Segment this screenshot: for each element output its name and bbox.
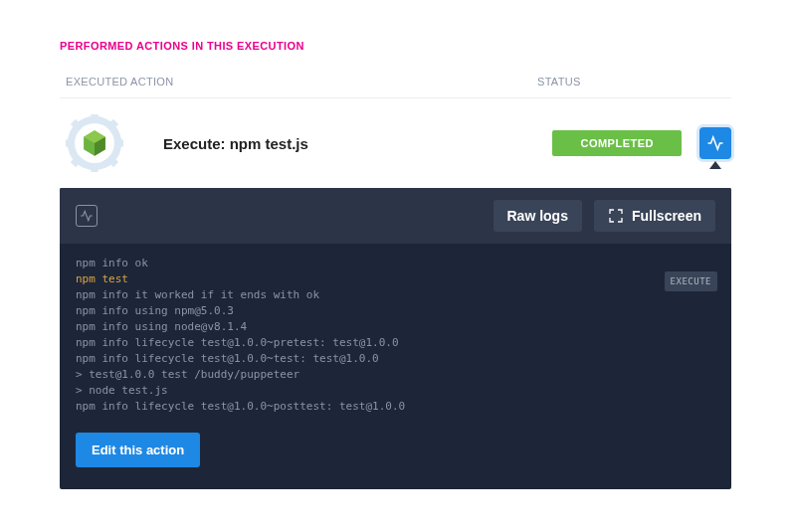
- node-gear-icon: [66, 114, 123, 172]
- column-executed-action: EXECUTED ACTION: [60, 76, 537, 88]
- action-row: Execute: npm test.js COMPLETED: [60, 98, 731, 188]
- svg-rect-0: [91, 114, 98, 123]
- status-badge: COMPLETED: [552, 130, 682, 156]
- column-status: STATUS: [537, 76, 731, 88]
- toggle-logs-button[interactable]: [699, 127, 731, 159]
- log-line: npm info ok: [76, 256, 715, 271]
- svg-rect-3: [114, 139, 123, 146]
- log-console: Raw logs Fullscreen EXECUTE npm info okn…: [60, 188, 731, 489]
- fullscreen-label: Fullscreen: [632, 208, 701, 224]
- raw-logs-label: Raw logs: [507, 208, 568, 224]
- log-output[interactable]: EXECUTE npm info oknpm testnpm info it w…: [60, 244, 731, 419]
- log-line: > test@1.0.0 test /buddy/puppeteer: [76, 367, 715, 383]
- execute-tag: EXECUTE: [665, 271, 717, 291]
- fullscreen-icon: [608, 208, 624, 224]
- log-line: npm info lifecycle test@1.0.0~posttest: …: [76, 399, 715, 415]
- log-line: npm test: [76, 271, 715, 287]
- raw-logs-button[interactable]: Raw logs: [494, 200, 582, 232]
- activity-icon: [76, 205, 98, 227]
- edit-action-button[interactable]: Edit this action: [76, 433, 200, 467]
- log-line: npm info lifecycle test@1.0.0~pretest: t…: [76, 335, 715, 351]
- activity-icon: [706, 134, 724, 152]
- log-line: > node test.js: [76, 383, 715, 399]
- log-line: npm info lifecycle test@1.0.0~test: test…: [76, 351, 715, 367]
- console-footer: Edit this action: [60, 419, 731, 489]
- action-title: Execute: npm test.js: [163, 135, 552, 152]
- svg-rect-1: [91, 163, 98, 172]
- section-title: PERFORMED ACTIONS IN THIS EXECUTION: [60, 40, 731, 52]
- fullscreen-button[interactable]: Fullscreen: [594, 200, 715, 232]
- log-line: npm info using npm@5.0.3: [76, 303, 715, 319]
- svg-rect-2: [66, 139, 75, 146]
- log-line: npm info it worked if it ends with ok: [76, 287, 715, 303]
- table-header: EXECUTED ACTION STATUS: [60, 76, 731, 98]
- log-line: npm info using node@v8.1.4: [76, 319, 715, 335]
- console-header: Raw logs Fullscreen: [60, 188, 731, 244]
